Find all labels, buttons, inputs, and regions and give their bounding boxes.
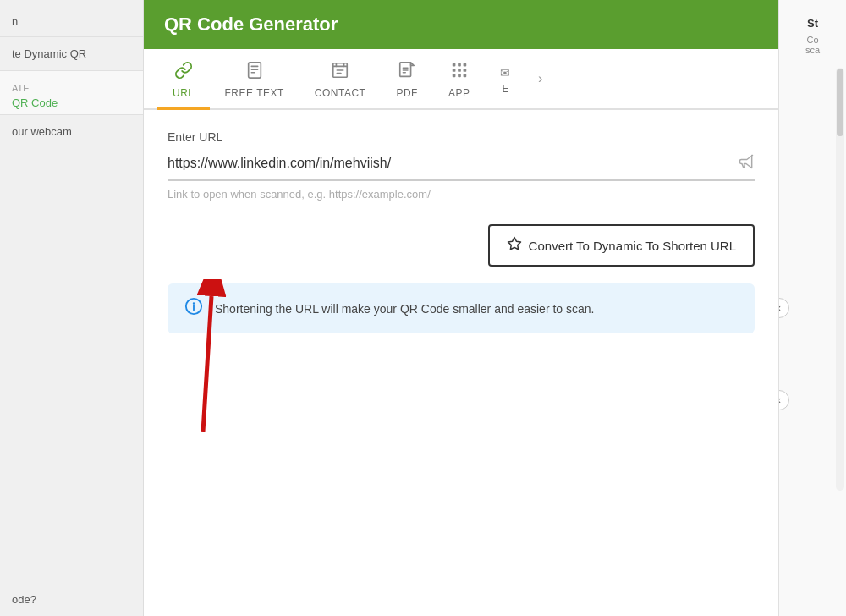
tab-contact[interactable]: CONTACT <box>299 49 382 110</box>
svg-rect-14 <box>452 69 455 72</box>
url-input-hint: Link to open when scanned, e.g. https://… <box>168 188 755 201</box>
right-panel-collapse-btn[interactable]: ‹ <box>778 298 789 318</box>
right-panel-subtitle: Cosca <box>805 35 820 55</box>
info-text: Shortening the URL will make your QR Cod… <box>215 302 594 316</box>
tab-e-label: E <box>502 83 509 95</box>
free-text-icon <box>245 61 264 84</box>
url-input-wrapper <box>168 152 755 181</box>
info-icon <box>184 297 203 320</box>
svg-rect-15 <box>458 69 461 72</box>
main-content: QR Code Generator URL FR <box>144 0 778 616</box>
right-panel-collapse-btn2[interactable]: ‹ <box>778 390 789 410</box>
svg-rect-7 <box>400 63 411 77</box>
url-form-label: Enter URL <box>168 130 755 144</box>
svg-rect-0 <box>248 63 261 78</box>
tab-app[interactable]: APP <box>433 49 486 110</box>
tab-url-label: URL <box>173 87 195 99</box>
pdf-icon <box>398 61 416 84</box>
sidebar: n te Dynamic QR ate QR Code our webcam o… <box>0 0 144 616</box>
svg-rect-12 <box>458 63 461 67</box>
sidebar-webcam[interactable]: our webcam <box>0 115 143 148</box>
scrollbar-thumb[interactable] <box>837 69 843 136</box>
svg-rect-11 <box>452 63 455 67</box>
url-input[interactable] <box>168 152 731 174</box>
sidebar-qr-code[interactable]: QR Code <box>12 96 131 109</box>
convert-button-wrapper: Convert To Dynamic To Shorten URL <box>168 224 755 267</box>
sidebar-section-label: ate <box>12 83 131 93</box>
tab-pdf[interactable]: PDF <box>381 49 433 110</box>
header: QR Code Generator <box>144 0 778 49</box>
contact-icon <box>331 61 349 84</box>
tab-pdf-label: PDF <box>396 87 418 99</box>
tab-free-text-label: FREE TEXT <box>225 87 284 99</box>
app-icon <box>450 61 469 84</box>
convert-button-label: Convert To Dynamic To Shorten URL <box>529 239 736 253</box>
sidebar-question[interactable]: ode? <box>0 583 143 616</box>
right-panel: ‹ ‹ St Cosca <box>778 0 846 616</box>
tabs-bar: URL FREE TEXT <box>144 49 778 110</box>
right-panel-title: St <box>807 17 818 30</box>
tabs-next-arrow[interactable]: › <box>533 63 547 95</box>
svg-rect-19 <box>463 74 466 78</box>
form-area: Enter URL Link to open when scanned, e.g… <box>144 110 778 616</box>
svg-rect-17 <box>452 74 455 78</box>
sidebar-item-dynamic-qr[interactable]: te Dynamic QR <box>0 37 143 71</box>
scrollbar-track[interactable] <box>836 68 844 491</box>
e-icon: ✉ <box>500 66 511 80</box>
megaphone-icon <box>738 153 755 174</box>
convert-button[interactable]: Convert To Dynamic To Shorten URL <box>488 224 755 267</box>
page-title: QR Code Generator <box>164 14 758 36</box>
tab-free-text[interactable]: FREE TEXT <box>210 49 299 110</box>
tab-e[interactable]: ✉ E <box>485 54 526 106</box>
tab-url[interactable]: URL <box>157 49 210 110</box>
svg-rect-18 <box>458 74 461 78</box>
convert-icon <box>507 236 522 255</box>
tab-app-label: APP <box>448 87 470 99</box>
tab-contact-label: CONTACT <box>315 87 366 99</box>
info-box: Shortening the URL will make your QR Cod… <box>168 283 755 333</box>
svg-rect-13 <box>463 63 466 67</box>
sidebar-item-n[interactable]: n <box>0 0 143 37</box>
svg-rect-16 <box>463 69 466 72</box>
sidebar-section: ate QR Code <box>0 71 143 115</box>
url-icon <box>174 61 193 84</box>
